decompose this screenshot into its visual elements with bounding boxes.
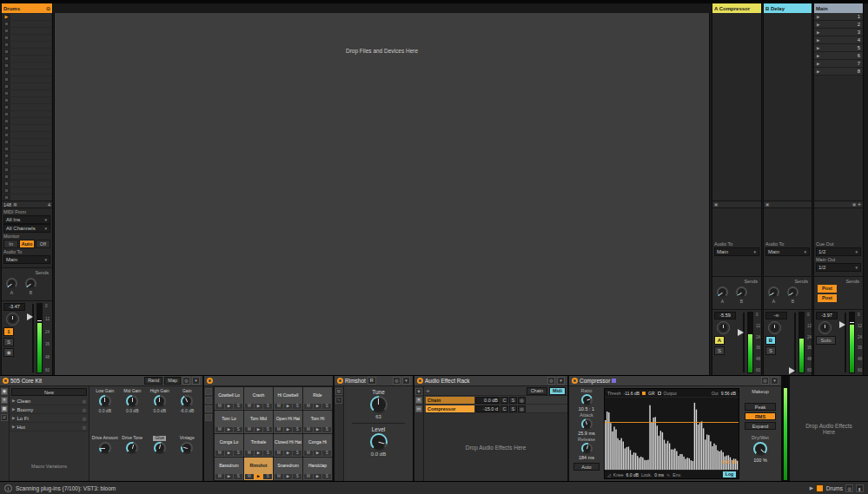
pan-knob[interactable]: [6, 313, 19, 326]
chain-solo-button[interactable]: S: [509, 397, 517, 404]
clip-slot[interactable]: [3, 90, 51, 96]
pad-solo-button[interactable]: S: [293, 474, 301, 479]
pad-bank-icon[interactable]: [205, 414, 212, 421]
env-log-toggle[interactable]: Log: [723, 471, 736, 478]
chain-name[interactable]: Chain: [426, 397, 474, 404]
sidechain-indicator-icon[interactable]: [612, 379, 616, 383]
volume-value[interactable]: -5.59: [714, 312, 736, 319]
variation-overwrite-icon[interactable]: ◎: [83, 416, 86, 421]
pad-preview-icon[interactable]: ▶: [314, 404, 322, 409]
track-collapse-icon[interactable]: ⊙: [46, 5, 50, 11]
chain-list-icon[interactable]: ≡: [415, 397, 422, 404]
pad-mute-button[interactable]: M: [304, 451, 313, 456]
volume-fader[interactable]: [839, 312, 848, 373]
release-value[interactable]: 184 ms: [579, 455, 594, 460]
drum-pad[interactable]: Hi CowbellM▶S: [274, 387, 302, 410]
hotswap-icon[interactable]: ◎: [182, 377, 190, 385]
arm-button[interactable]: ◉: [3, 348, 14, 357]
pan-knob[interactable]: [768, 321, 781, 334]
clip-stop-icon[interactable]: [3, 63, 10, 69]
audio-to-select[interactable]: Main ▼: [765, 247, 810, 256]
rms-button[interactable]: RMS: [745, 412, 776, 420]
chain-pan[interactable]: C: [500, 405, 508, 412]
clip-stop-icon[interactable]: [3, 35, 10, 41]
macro-knob[interactable]: [126, 442, 138, 454]
drum-pad[interactable]: Open Hi HatM▶S: [274, 411, 302, 433]
scene-launch-icon[interactable]: ▶: [817, 69, 819, 74]
device-on-icon[interactable]: [337, 378, 343, 384]
clip-slot[interactable]: [3, 188, 51, 194]
receive-badge[interactable]: R: [368, 377, 376, 385]
threshold-line[interactable]: [605, 422, 739, 423]
pad-preview-icon[interactable]: ▶: [225, 474, 234, 479]
tune-knob[interactable]: [370, 396, 388, 413]
clip-slot[interactable]: [3, 63, 51, 69]
device-header-drum-rack[interactable]: 505 Core Kit Rand Map ◎ ▾: [0, 376, 202, 386]
pad-preview-icon[interactable]: ▶: [225, 404, 234, 409]
device-on-icon[interactable]: [417, 378, 423, 384]
track-header-return-b[interactable]: B Delay: [764, 3, 812, 13]
pad-preview-icon[interactable]: ▶: [255, 451, 263, 456]
auto-release-button[interactable]: Auto: [573, 463, 600, 471]
drum-pad[interactable]: BassdrumM▶S: [215, 458, 243, 480]
audio-to-select[interactable]: Main ▼: [3, 255, 50, 264]
clip-stop-icon[interactable]: [3, 69, 10, 76]
clip-slot[interactable]: [3, 139, 51, 145]
clip-slot[interactable]: [3, 118, 51, 124]
pad-preview-icon[interactable]: ▶: [284, 451, 293, 456]
pad-mute-button[interactable]: M: [275, 404, 283, 409]
volume-value[interactable]: -3.97: [816, 312, 838, 319]
pan-knob[interactable]: [717, 321, 730, 334]
midi-channel-select[interactable]: All Channels ▼: [3, 224, 50, 233]
clip-stop-icon[interactable]: [3, 188, 10, 194]
clip-stop-icon[interactable]: [3, 160, 10, 166]
macro-knob[interactable]: [181, 395, 193, 407]
clip-stop-icon[interactable]: [3, 111, 10, 117]
device-header-compressor[interactable]: Compressor ◎ ▾: [569, 376, 781, 386]
monitor-auto-button[interactable]: Auto: [19, 240, 34, 248]
lookahead-value[interactable]: 0 ms: [654, 472, 664, 478]
variation-launch-icon[interactable]: ▶: [12, 398, 15, 403]
pad-solo-button[interactable]: S: [234, 427, 242, 432]
map-button[interactable]: Map: [164, 377, 181, 385]
mod-panel-icon[interactable]: ∿: [335, 397, 342, 404]
clip-slot[interactable]: [3, 56, 51, 62]
rack-drop-zone[interactable]: Drop Audio Effects Here: [424, 413, 567, 481]
clip-slot[interactable]: [3, 167, 51, 173]
send-knob[interactable]: [25, 278, 36, 289]
pad-bank-icon[interactable]: [205, 405, 212, 412]
monitor-in-button[interactable]: In: [3, 240, 18, 248]
pad-view-icon[interactable]: ▦: [1, 405, 8, 412]
grid-icon[interactable]: ▦: [13, 202, 17, 207]
pad-solo-button[interactable]: S: [263, 451, 272, 456]
tune-value[interactable]: 63: [375, 414, 381, 419]
macro-knob[interactable]: [126, 395, 138, 407]
pad-preview-icon[interactable]: ▶: [314, 451, 322, 456]
rand-button[interactable]: Rand: [144, 377, 162, 385]
volume-fader[interactable]: [789, 312, 798, 373]
pad-solo-button[interactable]: S: [322, 404, 331, 409]
pad-mute-button[interactable]: M: [304, 427, 313, 432]
drum-pad[interactable]: CrashM▶S: [244, 387, 273, 410]
clip-stop-icon[interactable]: [3, 118, 10, 124]
track-header-drums[interactable]: Drums ⊙: [2, 3, 52, 13]
audio-to-select[interactable]: Main ▼: [714, 247, 759, 256]
send-knob[interactable]: [736, 287, 747, 298]
clip-stop-icon[interactable]: [3, 181, 10, 187]
attack-value[interactable]: 25.9 ms: [578, 431, 595, 436]
pad-preview-icon[interactable]: ▶: [255, 404, 263, 409]
chain-volume[interactable]: -15.0 d: [475, 405, 500, 412]
back-to-arrangement-icon[interactable]: ✚: [858, 202, 861, 207]
pad-solo-button[interactable]: S: [263, 427, 272, 432]
pad-mute-button[interactable]: M: [245, 451, 254, 456]
clip-slot[interactable]: [3, 146, 51, 152]
pad-mute-button[interactable]: M: [215, 474, 224, 479]
solo-button[interactable]: S: [3, 338, 14, 346]
drum-pad[interactable]: Conga HiM▶S: [303, 434, 332, 457]
macro-knob[interactable]: [154, 395, 166, 407]
variation-launch-icon[interactable]: ▶: [12, 416, 15, 420]
volume-value[interactable]: -3.47: [3, 303, 25, 311]
pad-solo-button[interactable]: S: [293, 427, 301, 432]
midi-button[interactable]: Midi: [549, 387, 566, 395]
pad-mute-button[interactable]: M: [245, 427, 254, 432]
